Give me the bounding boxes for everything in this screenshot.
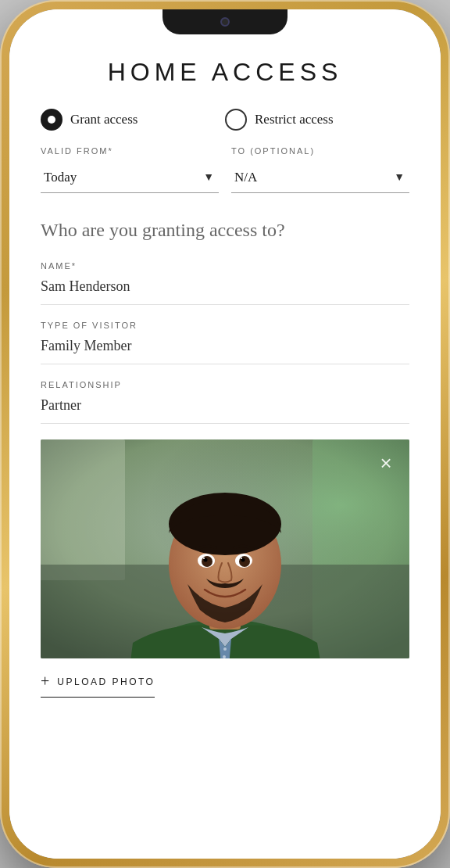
screen: HOME ACCESS Grant access Restrict access (9, 9, 441, 859)
name-value[interactable]: Sam Henderson (41, 278, 409, 305)
upload-photo-label: UPLOAD PHOTO (57, 676, 155, 687)
name-field-group: NAME* Sam Henderson (41, 261, 409, 305)
upload-photo-button[interactable]: + UPLOAD PHOTO (41, 658, 155, 698)
svg-rect-2 (41, 439, 125, 580)
relationship-value[interactable]: Partner (41, 397, 409, 424)
relationship-label: RELATIONSHIP (41, 380, 409, 389)
name-label: NAME* (41, 261, 409, 271)
person-photo (41, 439, 409, 658)
close-icon: × (380, 453, 391, 473)
access-type-group: Grant access Restrict access (41, 109, 409, 131)
relationship-field-group: RELATIONSHIP Partner (41, 380, 409, 424)
svg-point-12 (239, 556, 250, 567)
svg-point-18 (223, 655, 226, 658)
svg-point-15 (203, 558, 205, 559)
valid-to-label: TO (OPTIONAL) (231, 146, 409, 156)
page-title: HOME ACCESS (41, 58, 409, 87)
restrict-access-label: Restrict access (255, 112, 334, 127)
svg-point-16 (241, 558, 242, 559)
svg-point-17 (223, 647, 227, 651)
valid-to-select[interactable]: N/A Today Custom (231, 162, 409, 193)
notch (162, 9, 288, 34)
valid-to-select-wrap: N/A Today Custom ▼ (231, 162, 409, 193)
phone-inner: HOME ACCESS Grant access Restrict access (9, 9, 441, 859)
visitor-type-value[interactable]: Family Member (41, 338, 409, 364)
close-photo-button[interactable]: × (372, 449, 400, 477)
svg-point-11 (202, 556, 212, 567)
restrict-radio-button[interactable] (225, 109, 247, 131)
valid-from-label: VALID FROM* (41, 146, 219, 156)
restrict-access-option[interactable]: Restrict access (225, 109, 409, 131)
date-row: VALID FROM* Today Tomorrow Custom ▼ TO (… (41, 146, 409, 193)
photo-area: × (41, 439, 409, 658)
valid-from-select-wrap: Today Tomorrow Custom ▼ (41, 162, 219, 193)
phone-frame: HOME ACCESS Grant access Restrict access (0, 0, 450, 868)
visitor-type-label: TYPE OF VISITOR (41, 321, 409, 330)
grant-radio-button[interactable] (41, 109, 62, 131)
visitor-type-field-group: TYPE OF VISITOR Family Member (41, 321, 409, 364)
valid-from-col: VALID FROM* Today Tomorrow Custom ▼ (41, 146, 219, 193)
section-heading: Who are you granting access to? (41, 218, 409, 242)
valid-to-col: TO (OPTIONAL) N/A Today Custom ▼ (231, 146, 409, 193)
upload-plus-icon: + (41, 673, 49, 690)
content-area: HOME ACCESS Grant access Restrict access (9, 9, 441, 859)
grant-access-option[interactable]: Grant access (41, 109, 225, 131)
grant-access-label: Grant access (70, 112, 138, 127)
valid-from-select[interactable]: Today Tomorrow Custom (41, 162, 219, 193)
camera (220, 17, 230, 27)
